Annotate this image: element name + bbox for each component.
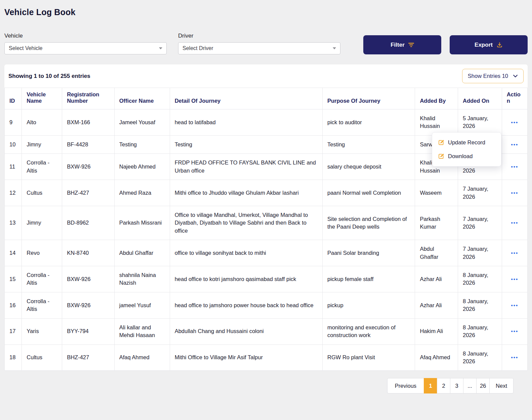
row-actions-button[interactable]: ••• — [511, 276, 518, 282]
pagination-previous[interactable]: Previous — [387, 378, 424, 393]
table-header-row: IDVehicle NameRegistration NumberOfficer… — [5, 88, 528, 109]
table-row: 15Corrolla - AltisBXW-926shahnila Naina … — [5, 266, 528, 292]
export-button[interactable]: Export — [450, 35, 528, 54]
action-context-menu: Update Record Download — [432, 132, 501, 167]
column-header-officer-name: Officer Name — [114, 88, 170, 109]
cell-registration-number: BHZ-427 — [62, 344, 115, 371]
cell-id: 13 — [5, 206, 22, 240]
cell-vehicle-name: Corrolla - Altis — [22, 292, 62, 318]
column-header-purpose-of-journey: Purpose Of Journey — [323, 88, 415, 109]
row-actions-button[interactable]: ••• — [511, 250, 518, 256]
cell-added-by: Hakim Ali — [415, 318, 458, 344]
pagination-next[interactable]: Next — [489, 378, 514, 393]
pagination-page-2[interactable]: 2 — [437, 378, 450, 393]
show-entries-select[interactable]: Show Entries 10 — [462, 69, 524, 83]
cell-id: 12 — [5, 180, 22, 206]
row-actions-button[interactable]: ••• — [511, 142, 518, 147]
cell-added-by: Parkash Kumar — [415, 206, 458, 240]
cell-vehicle-name: Alto — [22, 109, 62, 136]
vehicle-select[interactable]: Select Vehicle — [4, 42, 167, 54]
table-row: 12CultusBHZ-427Ahmed RazaMithi office to… — [5, 180, 528, 206]
pagination-page-3[interactable]: 3 — [450, 378, 463, 393]
menu-item-download[interactable]: Download — [432, 149, 501, 163]
cell-detail-of-journey: head to latifabad — [170, 109, 322, 136]
cell-added-on: 8 January, 2026 — [458, 292, 502, 318]
cell-purpose-of-journey: monitoring and execution of construction… — [323, 318, 415, 344]
chevron-down-icon — [513, 75, 518, 78]
row-actions-button[interactable]: ••• — [511, 302, 518, 308]
cell-registration-number: BXW-926 — [62, 154, 115, 180]
row-actions-button[interactable]: ••• — [511, 220, 518, 226]
export-button-label: Export — [475, 42, 493, 48]
cell-officer-name: Jameel Yousaf — [114, 109, 170, 136]
row-actions-button[interactable]: ••• — [511, 328, 518, 334]
cell-registration-number: BD-8962 — [62, 206, 115, 240]
row-actions-button[interactable]: ••• — [511, 164, 518, 170]
show-entries-label: Show Entries 10 — [468, 73, 508, 79]
vehicle-log-table: IDVehicle NameRegistration NumberOfficer… — [4, 88, 528, 371]
menu-item-update-record[interactable]: Update Record — [432, 136, 501, 149]
entries-summary: Showing 1 to 10 of 255 entries — [8, 73, 90, 80]
cell-id: 18 — [5, 344, 22, 371]
pagination-page-1[interactable]: 1 — [424, 378, 437, 393]
cell-action: ••• — [502, 154, 527, 180]
cell-purpose-of-journey: salary cheque deposit — [323, 154, 415, 180]
table-row: 16Corrolla - AltisBXW-926jameel Yusufhea… — [5, 292, 528, 318]
cell-registration-number: BXW-926 — [62, 292, 115, 318]
cell-vehicle-name: Corrolla - Altis — [22, 154, 62, 180]
driver-filter-field: Driver Select Driver — [178, 33, 340, 54]
cell-action: ••• — [502, 240, 527, 266]
cell-vehicle-name: Cultus — [22, 180, 62, 206]
cell-vehicle-name: Cultus — [22, 344, 62, 371]
chevron-down-icon — [333, 47, 336, 49]
cell-detail-of-journey: head office to kotri jamshoro qasimabad … — [170, 266, 322, 292]
driver-select[interactable]: Select Driver — [178, 42, 340, 54]
row-actions-button[interactable]: ••• — [511, 355, 518, 360]
filter-button[interactable]: Filter — [363, 35, 441, 54]
cell-added-on: 7 January, 2026 — [458, 240, 502, 266]
cell-id: 15 — [5, 266, 22, 292]
vehicle-label: Vehicle — [4, 33, 167, 39]
cell-purpose-of-journey: pick to auditor — [323, 109, 415, 136]
cell-vehicle-name: Jimny — [22, 206, 62, 240]
cell-purpose-of-journey: Site selection and Completion of the Paa… — [323, 206, 415, 240]
cell-vehicle-name: Revo — [22, 240, 62, 266]
cell-vehicle-name: Yaris — [22, 318, 62, 344]
table-card: Showing 1 to 10 of 255 entries Show Entr… — [4, 64, 528, 371]
table-row: 13JimnyBD-8962Parkash MissraniOffice to … — [5, 206, 528, 240]
page: Vehicle Log Book Vehicle Select Vehicle … — [0, 0, 532, 420]
cell-detail-of-journey: head office to jamshoro power house back… — [170, 292, 322, 318]
cell-purpose-of-journey: Testing — [323, 135, 415, 153]
cell-added-by: Waseem — [415, 180, 458, 206]
pagination-page-26[interactable]: 26 — [476, 378, 490, 393]
edit-icon — [438, 153, 444, 159]
cell-registration-number: BYY-794 — [62, 318, 115, 344]
cell-action: ••• — [502, 135, 527, 153]
cell-added-by: Azhar Ali — [415, 266, 458, 292]
column-header-added-on: Added On — [458, 88, 502, 109]
row-actions-button[interactable]: ••• — [511, 190, 518, 196]
vehicle-filter-field: Vehicle Select Vehicle — [4, 33, 167, 54]
cell-id: 16 — [5, 292, 22, 318]
page-title: Vehicle Log Book — [4, 7, 528, 17]
cell-id: 9 — [5, 109, 22, 136]
column-header-registration-number: Registration Number — [62, 88, 115, 109]
cell-officer-name: shahnila Naina Nazish — [114, 266, 170, 292]
cell-detail-of-journey: office to village sonihyat back to mithi — [170, 240, 322, 266]
table-row: 18CultusBHZ-427Afaq AhmedMithi Office to… — [5, 344, 528, 371]
row-actions-button[interactable]: ••• — [511, 120, 518, 125]
table-row: 17YarisBYY-794Ali kallar and Mehdi Hasaa… — [5, 318, 528, 344]
chevron-down-icon — [159, 47, 162, 49]
cell-id: 14 — [5, 240, 22, 266]
cell-officer-name: Ali kallar and Mehdi Hasaan — [114, 318, 170, 344]
vehicle-select-value: Select Vehicle — [9, 45, 43, 51]
driver-select-value: Select Driver — [182, 45, 213, 51]
column-header-detail-of-journey: Detail Of Journey — [170, 88, 322, 109]
cell-purpose-of-journey: RGW Ro plant Visit — [323, 344, 415, 371]
cell-officer-name: Testing — [114, 135, 170, 153]
cell-action: ••• — [502, 292, 527, 318]
cell-detail-of-journey: Abdullah Chang and Hussaini coloni — [170, 318, 322, 344]
cell-added-by: Afaq Ahmed — [415, 344, 458, 371]
cell-added-on: 8 January, 2026 — [458, 266, 502, 292]
cell-detail-of-journey: Testing — [170, 135, 322, 153]
